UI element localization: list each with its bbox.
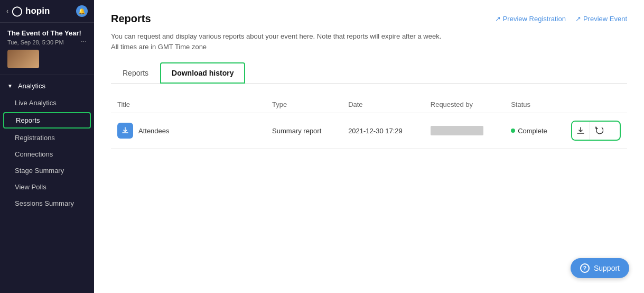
date-cell: 2021-12-30 17:29 <box>342 113 424 149</box>
event-thumbnail <box>7 50 39 68</box>
arrow-icon: ▼ <box>7 83 13 89</box>
main-content: Reports ↗ Preview Registration ↗ Preview… <box>94 0 644 293</box>
more-options-icon[interactable]: ⋯ <box>81 39 87 45</box>
event-name: The Event of The Year! <box>7 29 87 37</box>
report-title: Attendees <box>138 127 170 135</box>
hopin-icon: ◯ <box>12 5 22 17</box>
sidebar-logo[interactable]: ‹ ◯ hopin <box>6 5 50 17</box>
sidebar-event: The Event of The Year! Tue, Sep 28, 5:30… <box>0 23 94 75</box>
col-type: Type <box>266 96 342 113</box>
sidebar-item-label: View Polls <box>15 183 46 191</box>
sidebar-item-label: Live Analytics <box>15 99 57 107</box>
page-header: Reports ↗ Preview Registration ↗ Preview… <box>111 13 627 25</box>
status-label: Complete <box>518 127 547 135</box>
nav-analytics-section: ▼ Analytics Live Analytics Reports Regis… <box>0 75 94 214</box>
col-requested-by: Requested by <box>424 96 505 113</box>
sidebar-item-registrations[interactable]: Registrations <box>0 130 94 146</box>
sidebar-item-reports[interactable]: Reports <box>3 112 91 129</box>
requested-by-cell <box>424 113 505 149</box>
support-icon: ? <box>580 263 590 273</box>
col-title: Title <box>111 96 266 113</box>
report-table: Title Type Date Requested by Status <box>111 96 627 149</box>
sidebar-item-label: Analytics <box>18 82 45 90</box>
col-status: Status <box>505 96 565 113</box>
refresh-button[interactable] <box>590 122 608 140</box>
support-button[interactable]: ? Support <box>571 258 629 278</box>
sidebar-item-view-polls[interactable]: View Polls <box>0 179 94 195</box>
external-link-icon: ↗ <box>495 15 501 23</box>
sidebar-item-label: Sessions Summary <box>15 199 74 207</box>
sidebar-nav: ▼ Analytics Live Analytics Reports Regis… <box>0 75 94 293</box>
tab-download-history[interactable]: Download history <box>160 62 245 84</box>
support-label: Support <box>594 264 620 272</box>
actions-cell <box>565 113 627 149</box>
report-icon <box>117 123 133 139</box>
col-date: Date <box>342 96 424 113</box>
header-links: ↗ Preview Registration ↗ Preview Event <box>495 15 627 23</box>
title-cell: Attendees <box>111 113 266 149</box>
sidebar: ‹ ◯ hopin 🔔 The Event of The Year! Tue, … <box>0 0 94 293</box>
col-actions <box>565 96 627 113</box>
tab-reports[interactable]: Reports <box>111 62 160 84</box>
tabs-row: Reports Download history <box>111 62 627 84</box>
type-cell: Summary report <box>266 113 342 149</box>
event-date: Tue, Sep 28, 5:30 PM ⋯ <box>7 39 87 45</box>
table-row: Attendees Summary report 2021-12-30 17:2… <box>111 113 627 149</box>
sidebar-item-analytics[interactable]: ▼ Analytics <box>0 77 94 95</box>
requested-by-value <box>431 126 483 135</box>
preview-registration-link[interactable]: ↗ Preview Registration <box>495 15 566 23</box>
page-description: You can request and display various repo… <box>111 31 627 52</box>
status-cell: Complete <box>505 113 565 149</box>
back-arrow-icon[interactable]: ‹ <box>6 7 8 15</box>
sidebar-header: ‹ ◯ hopin 🔔 <box>0 0 94 23</box>
status-dot <box>511 129 515 133</box>
sidebar-item-label: Registrations <box>15 134 55 142</box>
external-link-icon: ↗ <box>575 15 581 23</box>
logo-text: hopin <box>25 6 50 16</box>
page-title: Reports <box>111 13 151 25</box>
sidebar-item-sessions-summary[interactable]: Sessions Summary <box>0 195 94 212</box>
sidebar-item-label: Stage Summary <box>15 167 64 175</box>
actions-wrapper <box>571 121 621 141</box>
notification-icon[interactable]: 🔔 <box>76 5 88 17</box>
table-header: Title Type Date Requested by Status <box>111 96 627 113</box>
download-button[interactable] <box>572 122 590 140</box>
sidebar-item-stage-summary[interactable]: Stage Summary <box>0 162 94 179</box>
sidebar-item-live-analytics[interactable]: Live Analytics <box>0 95 94 111</box>
sidebar-item-label: Reports <box>16 116 40 124</box>
sidebar-item-label: Connections <box>15 150 53 158</box>
preview-event-link[interactable]: ↗ Preview Event <box>575 15 627 23</box>
sidebar-item-connections[interactable]: Connections <box>0 146 94 162</box>
